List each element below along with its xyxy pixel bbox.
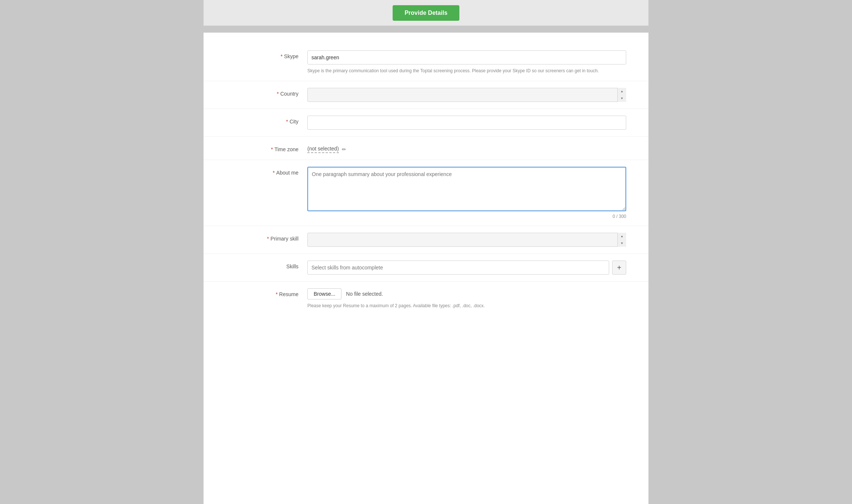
- country-field: [307, 88, 626, 102]
- skype-row: *Skype Skype is the primary communicatio…: [204, 44, 648, 81]
- skills-field: +: [307, 261, 626, 275]
- country-label: *Country: [226, 88, 307, 97]
- timezone-row: *Time zone (not selected) ✏: [204, 137, 648, 160]
- timezone-required-marker: *: [271, 146, 273, 152]
- country-select-wrapper: [307, 88, 626, 102]
- about-me-field: 0 / 300: [307, 167, 626, 219]
- resume-wrapper: Browse... No file selected.: [307, 288, 626, 299]
- country-arrow-up[interactable]: [618, 88, 626, 95]
- top-bar: Provide Details: [204, 0, 648, 26]
- form-content: *Skype Skype is the primary communicatio…: [204, 33, 648, 327]
- about-me-textarea[interactable]: [307, 167, 626, 211]
- resume-hint: Please keep your Resume to a maximum of …: [307, 302, 626, 309]
- skype-label: *Skype: [226, 50, 307, 59]
- primary-skill-arrows: [617, 233, 626, 247]
- skype-field: Skype is the primary communication tool …: [307, 50, 626, 74]
- skills-input-wrapper: +: [307, 261, 626, 275]
- city-label: *City: [226, 116, 307, 125]
- primary-skill-row: *Primary skill: [204, 226, 648, 254]
- timezone-field: (not selected) ✏: [307, 143, 626, 153]
- skype-hint: Skype is the primary communication tool …: [307, 67, 626, 74]
- resume-field: Browse... No file selected. Please keep …: [307, 288, 626, 309]
- right-sidebar: [648, 0, 852, 504]
- add-skill-button[interactable]: +: [612, 261, 626, 275]
- resume-row: *Resume Browse... No file selected. Plea…: [204, 282, 648, 316]
- browse-button[interactable]: Browse...: [307, 288, 341, 299]
- primary-skill-select-wrapper: [307, 233, 626, 247]
- skills-label: Skills: [226, 261, 307, 269]
- primary-skill-arrow-down[interactable]: [618, 240, 626, 247]
- primary-skill-arrow-up[interactable]: [618, 233, 626, 240]
- city-row: *City: [204, 109, 648, 137]
- country-required-marker: *: [277, 91, 279, 97]
- about-me-required-marker: *: [273, 170, 275, 176]
- left-sidebar: [0, 0, 204, 504]
- skills-row: Skills +: [204, 254, 648, 282]
- city-field: [307, 116, 626, 130]
- primary-skill-select[interactable]: [307, 233, 626, 247]
- country-arrows: [617, 88, 626, 102]
- about-me-char-count: 0 / 300: [307, 214, 626, 219]
- primary-skill-field: [307, 233, 626, 247]
- skills-input[interactable]: [307, 261, 609, 275]
- about-me-label: *About me: [226, 167, 307, 176]
- resume-label: *Resume: [226, 288, 307, 297]
- timezone-not-selected[interactable]: (not selected): [307, 146, 339, 153]
- resume-required-marker: *: [275, 291, 277, 297]
- timezone-display: (not selected) ✏: [307, 143, 626, 153]
- skype-required-marker: *: [281, 53, 283, 59]
- timezone-label: *Time zone: [226, 143, 307, 152]
- country-select[interactable]: [307, 88, 626, 102]
- no-file-label: No file selected.: [346, 291, 383, 297]
- country-arrow-down[interactable]: [618, 95, 626, 102]
- gray-separator: [204, 26, 648, 33]
- skype-input[interactable]: [307, 50, 626, 64]
- city-input[interactable]: [307, 116, 626, 130]
- about-me-row: *About me 0 / 300: [204, 160, 648, 226]
- country-row: *Country: [204, 81, 648, 109]
- timezone-edit-icon[interactable]: ✏: [342, 146, 346, 152]
- primary-skill-label: *Primary skill: [226, 233, 307, 242]
- provide-details-button[interactable]: Provide Details: [393, 5, 459, 21]
- city-required-marker: *: [286, 119, 288, 125]
- primary-skill-required-marker: *: [267, 236, 269, 242]
